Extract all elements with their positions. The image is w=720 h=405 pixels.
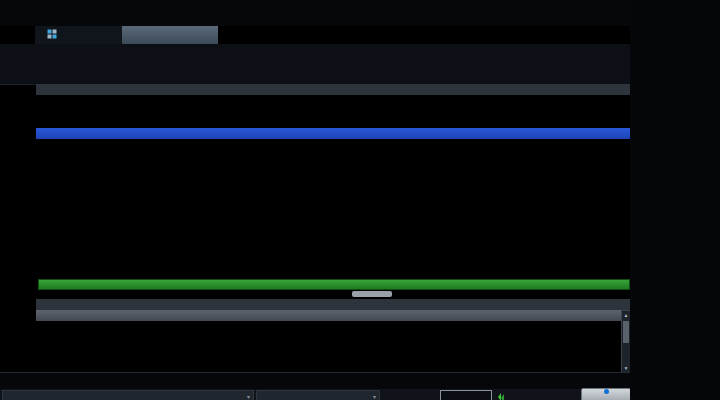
softkey-sidebar <box>630 0 720 400</box>
scan-window-header[interactable] <box>36 128 631 139</box>
settings-bar <box>0 44 630 85</box>
softkey-bar <box>0 372 630 390</box>
toolbar <box>0 0 630 26</box>
sync-status-icon <box>496 389 506 400</box>
att-knob-button[interactable] <box>581 388 631 400</box>
peak-list-window-header[interactable] <box>36 299 631 310</box>
scroll-up-icon[interactable]: ▲ <box>622 311 630 319</box>
status-field-1[interactable]: ▾ <box>2 390 254 400</box>
progress-bar <box>440 390 492 400</box>
knob-dot-icon <box>604 389 609 394</box>
scrollbar-thumb[interactable] <box>623 321 629 343</box>
scan-chart[interactable] <box>38 139 628 277</box>
scan-scrollbar-thumb[interactable] <box>352 291 392 297</box>
status-field-2[interactable]: ▾ <box>256 390 380 400</box>
peak-list-header-row <box>36 310 621 321</box>
range-bar <box>38 279 630 290</box>
datetime <box>520 389 576 395</box>
multiview-grid-icon <box>47 29 57 41</box>
bargraph-window-header[interactable] <box>36 84 631 95</box>
scroll-down-icon[interactable]: ▼ <box>622 364 630 372</box>
status-bar: ▾ ▾ <box>0 389 720 400</box>
tab-multiview[interactable] <box>35 26 129 44</box>
instrument-screen: ▲ ▼ ▾ ▾ <box>0 0 720 400</box>
tab-receiver[interactable] <box>122 26 218 44</box>
